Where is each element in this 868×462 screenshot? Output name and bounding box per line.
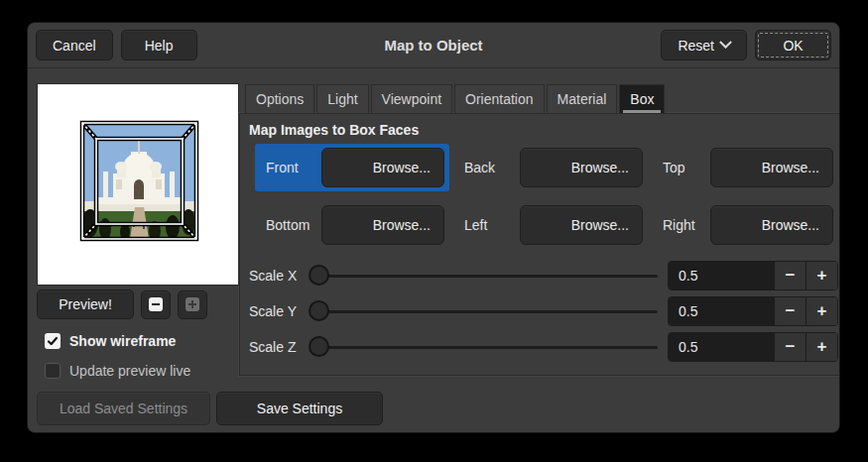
show-wireframe-row[interactable]: Show wireframe bbox=[45, 333, 239, 349]
scale-y-value[interactable]: 0.5 bbox=[669, 297, 774, 325]
section-heading: Map Images to Box Faces bbox=[249, 122, 838, 138]
slider-knob[interactable] bbox=[309, 265, 329, 286]
map-to-object-dialog: Cancel Help Map to Object Reset OK bbox=[27, 22, 840, 433]
help-button[interactable]: Help bbox=[121, 30, 197, 60]
update-preview-live-row[interactable]: Update preview live bbox=[45, 363, 239, 379]
face-cell-bottom: Bottom Browse... bbox=[255, 201, 449, 249]
plus-icon[interactable]: + bbox=[806, 262, 837, 289]
browse-back-button[interactable]: Browse... bbox=[520, 148, 643, 187]
taj-mahal-wireframe-preview bbox=[38, 84, 240, 287]
minus-icon[interactable]: − bbox=[774, 297, 806, 325]
plus-icon[interactable]: + bbox=[806, 333, 837, 361]
browse-top-button[interactable]: Browse... bbox=[710, 148, 833, 187]
zoom-out-button[interactable] bbox=[141, 290, 171, 319]
scale-x-spinbox: 0.5 − + bbox=[668, 261, 838, 290]
scale-x-value[interactable]: 0.5 bbox=[669, 262, 774, 289]
browse-bottom-button[interactable]: Browse... bbox=[321, 205, 444, 245]
scale-y-row: Scale Y 0.5 − + bbox=[249, 296, 838, 326]
tab-options[interactable]: Options bbox=[245, 84, 314, 113]
browse-right-button[interactable]: Browse... bbox=[710, 205, 833, 245]
update-preview-live-label: Update preview live bbox=[69, 363, 190, 379]
face-cell-left: Left Browse... bbox=[453, 201, 648, 249]
slider-knob[interactable] bbox=[309, 336, 329, 357]
chevron-down-icon bbox=[719, 36, 732, 49]
update-preview-live-checkbox[interactable] bbox=[45, 363, 61, 379]
tab-box[interactable]: Box bbox=[619, 84, 665, 113]
scale-x-row: Scale X 0.5 − + bbox=[249, 261, 838, 290]
slider-track bbox=[310, 310, 658, 313]
dialog-header: Cancel Help Map to Object Reset OK bbox=[28, 23, 839, 68]
face-cell-top: Top Browse... bbox=[652, 144, 838, 191]
scale-y-spinbox: 0.5 − + bbox=[668, 296, 838, 326]
face-label-front: Front bbox=[260, 160, 321, 175]
minus-icon[interactable]: − bbox=[774, 262, 806, 289]
scale-y-label: Scale Y bbox=[249, 303, 307, 319]
footer: Load Saved Settings Save Settings bbox=[37, 392, 839, 425]
slider-knob[interactable] bbox=[309, 300, 329, 321]
scale-x-slider[interactable] bbox=[307, 261, 658, 290]
slider-track bbox=[310, 346, 658, 349]
show-wireframe-label: Show wireframe bbox=[69, 333, 176, 349]
zoom-in-button[interactable] bbox=[178, 290, 207, 319]
reset-button[interactable]: Reset bbox=[661, 30, 747, 60]
preview-button[interactable]: Preview! bbox=[37, 289, 134, 319]
checkmark-icon bbox=[47, 335, 59, 347]
cancel-button[interactable]: Cancel bbox=[36, 30, 113, 60]
scale-z-row: Scale Z 0.5 − + bbox=[249, 332, 838, 362]
face-cell-right: Right Browse... bbox=[652, 201, 838, 249]
save-settings-button[interactable]: Save Settings bbox=[216, 392, 383, 425]
minus-icon bbox=[149, 297, 163, 311]
reset-label: Reset bbox=[678, 38, 714, 54]
minus-icon[interactable]: − bbox=[774, 333, 806, 361]
face-label-top: Top bbox=[657, 160, 710, 175]
slider-track bbox=[310, 275, 658, 278]
show-wireframe-checkbox[interactable] bbox=[45, 333, 61, 349]
plus-icon[interactable]: + bbox=[806, 297, 837, 325]
face-label-right: Right bbox=[657, 217, 710, 233]
preview-image bbox=[37, 83, 239, 286]
tab-material[interactable]: Material bbox=[547, 84, 618, 113]
faces-grid: Front Browse... Back Browse... Top Brows… bbox=[255, 144, 838, 249]
scale-x-label: Scale X bbox=[249, 268, 307, 284]
face-label-bottom: Bottom bbox=[260, 217, 321, 233]
tab-light[interactable]: Light bbox=[316, 84, 368, 113]
browse-left-button[interactable]: Browse... bbox=[520, 205, 643, 245]
face-cell-front: Front Browse... bbox=[255, 144, 449, 191]
scale-z-slider[interactable] bbox=[307, 332, 658, 362]
scale-y-slider[interactable] bbox=[307, 296, 658, 326]
tab-bar: Options Light Viewpoint Orientation Mate… bbox=[239, 83, 840, 113]
scale-z-label: Scale Z bbox=[249, 339, 307, 355]
load-saved-settings-button[interactable]: Load Saved Settings bbox=[37, 392, 210, 425]
browse-front-button[interactable]: Browse... bbox=[321, 148, 444, 187]
face-label-back: Back bbox=[458, 160, 520, 175]
scales-section: Scale X 0.5 − + Scale Y bbox=[249, 261, 838, 362]
box-tab-panel: Map Images to Box Faces Front Browse... … bbox=[239, 113, 840, 376]
scale-z-value[interactable]: 0.5 bbox=[669, 333, 774, 361]
tab-viewpoint[interactable]: Viewpoint bbox=[371, 84, 452, 113]
plus-icon bbox=[186, 297, 199, 311]
face-label-left: Left bbox=[458, 217, 520, 233]
ok-button[interactable]: OK bbox=[755, 30, 831, 60]
scale-z-spinbox: 0.5 − + bbox=[668, 332, 838, 362]
face-cell-back: Back Browse... bbox=[453, 144, 648, 191]
tab-orientation[interactable]: Orientation bbox=[454, 84, 544, 113]
